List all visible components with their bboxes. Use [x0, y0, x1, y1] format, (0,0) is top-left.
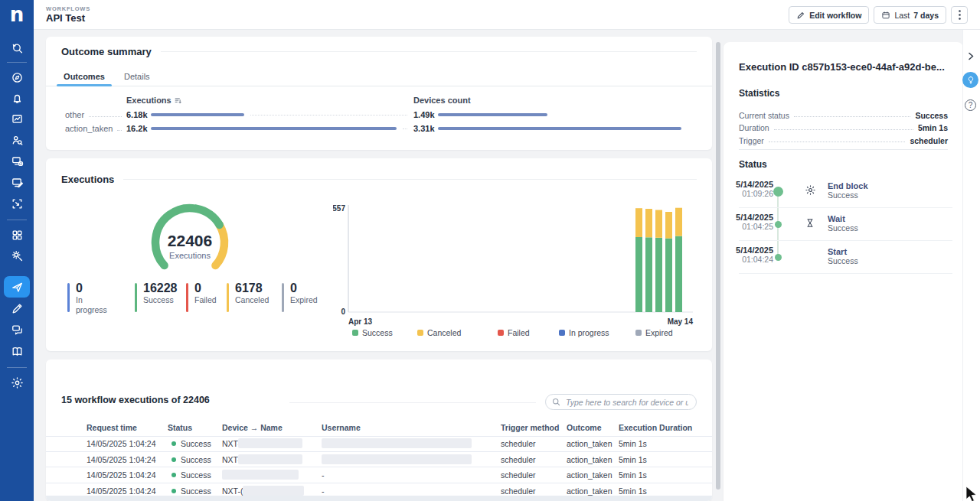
column-header[interactable]: Device → Name [222, 423, 283, 432]
executions-bar [151, 127, 397, 130]
sidebar-item-user-search[interactable] [6, 129, 28, 151]
search-input[interactable] [564, 397, 690, 408]
timeline-time: 01:04:24 [724, 255, 773, 264]
legend-item-failed[interactable]: Failed [498, 328, 530, 337]
breadcrumb: WORKFLOWS [46, 5, 90, 12]
cell-trigger: scheduler [501, 470, 536, 480]
legend-item-in-progress[interactable]: In progress [559, 328, 609, 337]
timeline-step-title[interactable]: End block [828, 182, 868, 190]
lightbulb-icon [966, 75, 975, 85]
cell-duration: 5min 1s [619, 439, 647, 448]
edit-workflow-button[interactable]: Edit workflow [789, 6, 869, 24]
legend-label: Failed [508, 328, 530, 337]
sidebar-item-history-search[interactable] [6, 37, 28, 59]
statistic-label: Current status [739, 112, 789, 120]
statistic-value: 5min 1s [918, 124, 948, 132]
executions-value: 6.18k [126, 110, 151, 119]
sidebar-item-device-add[interactable] [6, 150, 28, 171]
kebab-icon [959, 10, 961, 20]
column-header[interactable]: Status [168, 423, 192, 432]
table-row[interactable]: 14/05/2025 1:04:24SuccessNXT-schedulerac… [46, 436, 712, 452]
outcome-category-label: other [65, 110, 84, 119]
column-header[interactable]: Execution Duration [619, 423, 692, 432]
bar-success [655, 238, 662, 312]
tab-details[interactable]: Details [124, 67, 150, 88]
statistic-row: Current statusSuccess [739, 107, 948, 119]
legend-item-expired[interactable]: Expired [635, 328, 673, 337]
legend-item-success[interactable]: Success [352, 328, 393, 337]
svg-text:May 14: May 14 [668, 317, 694, 326]
stat-label: Expired [290, 295, 318, 305]
svg-text:4557: 4557 [333, 204, 345, 213]
outcome-category-label: action_taken [65, 124, 113, 133]
column-header[interactable]: Trigger method [501, 423, 559, 432]
edit-workflow-label: Edit workflow [809, 11, 861, 20]
sidebar-item-dashboards[interactable] [6, 108, 28, 129]
pencil-icon [796, 11, 805, 20]
chart-legend: SuccessCanceledFailedIn progressExpired [46, 328, 712, 340]
sidebar-item-compass[interactable] [6, 67, 28, 88]
vertical-scrollbar[interactable] [716, 42, 720, 490]
timeline-step-title[interactable]: Start [828, 248, 847, 256]
divider [289, 402, 536, 403]
status-dot [172, 473, 176, 477]
sidebar-divider [7, 367, 27, 368]
bar-canceled [665, 212, 672, 239]
redacted-device [238, 438, 302, 448]
sidebar-item-settings[interactable] [6, 372, 28, 393]
more-options-button[interactable] [951, 6, 968, 24]
executions-card: Executions 22406 Executions 0In progress… [46, 158, 712, 351]
hourglass-icon [805, 217, 815, 229]
cell-username: - [322, 470, 325, 480]
table-row[interactable]: 14/05/2025 1:04:24Success-scheduleractio… [46, 467, 712, 483]
bar-canceled [675, 208, 682, 236]
divider [161, 51, 697, 52]
legend-label: In progress [569, 328, 609, 337]
collapse-panel-button[interactable] [967, 51, 975, 61]
svg-text:0: 0 [341, 307, 345, 316]
range-prefix: Last [894, 11, 910, 20]
sidebar-item-target[interactable] [6, 193, 28, 214]
sidebar-item-device-edit[interactable] [6, 171, 28, 193]
timeline-step-status: Success [828, 257, 858, 265]
stat-success: 16228Success [135, 281, 178, 312]
top-header: WORKFLOWS API Test Edit workflow Last 7 … [34, 0, 980, 30]
executions-bar-chart: 45570Apr 13May 14 [333, 203, 701, 329]
timeline-date: 5/14/2025 [724, 181, 773, 189]
donut-label: Executions [144, 251, 236, 260]
column-header[interactable]: Username [322, 423, 361, 432]
sidebar-item-workflows[interactable] [4, 276, 30, 298]
donut-total: 22406 [144, 233, 236, 249]
sidebar-item-gear-search[interactable] [6, 245, 28, 266]
cell-trigger: scheduler [501, 486, 536, 496]
outcome-row[interactable]: other6.18k1.49k [46, 108, 697, 122]
app-logo[interactable]: n [0, 0, 34, 29]
legend-label: Canceled [427, 328, 461, 337]
sidebar-item-alerts[interactable] [6, 87, 28, 109]
cell-username: - [322, 486, 325, 496]
assistant-button[interactable] [962, 72, 978, 88]
table-hscroll[interactable] [46, 496, 712, 501]
sort-icon[interactable] [175, 97, 181, 104]
executions-column-header[interactable]: Executions [126, 96, 172, 105]
column-header[interactable]: Request time [87, 423, 137, 432]
date-range-button[interactable]: Last 7 days [874, 6, 946, 24]
column-header[interactable]: Outcome [567, 423, 602, 432]
cell-device: NXT-( [222, 486, 243, 496]
legend-swatch [559, 330, 565, 336]
sidebar-item-applications[interactable] [6, 224, 28, 246]
executions-value: 16.2k [126, 124, 151, 133]
table-row[interactable]: 14/05/2025 1:04:24SuccessNXT-schedulerac… [46, 452, 712, 468]
statistic-label: Trigger [739, 137, 764, 145]
timeline-step-title[interactable]: Wait [828, 215, 845, 223]
sidebar-item-library[interactable] [6, 340, 28, 362]
active-tab-underline [57, 84, 112, 86]
cell-request-time: 14/05/2025 1:04:24 [87, 486, 156, 496]
outcome-row[interactable]: action_taken16.2k3.31k [46, 122, 697, 135]
legend-item-canceled[interactable]: Canceled [417, 328, 461, 337]
help-button[interactable]: ? [965, 99, 976, 111]
sidebar-item-design[interactable] [6, 298, 28, 319]
tabs-border [46, 86, 712, 86]
sidebar-item-engage[interactable] [6, 319, 28, 340]
stat-canceled: 6178Canceled [227, 281, 269, 312]
